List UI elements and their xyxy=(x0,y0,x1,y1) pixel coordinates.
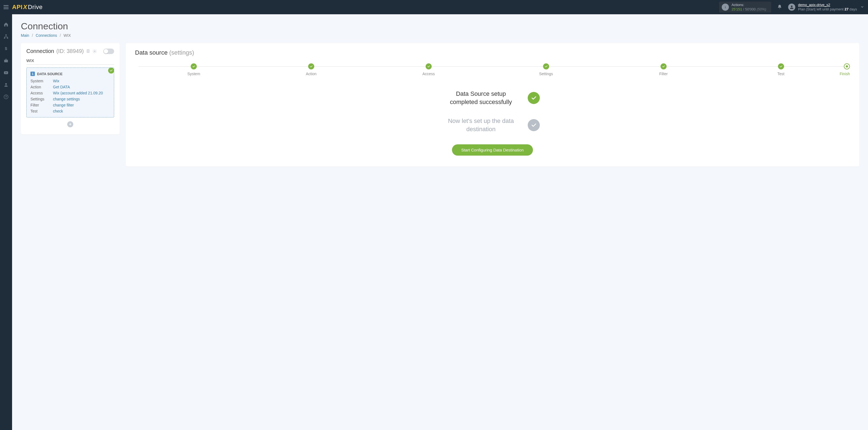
account-days: 27 xyxy=(844,7,848,11)
ds-value-access[interactable]: Wix (account added 21.09.20 xyxy=(53,91,110,95)
notifications-button[interactable] xyxy=(777,4,782,10)
ds-value-settings[interactable]: change settings xyxy=(53,97,110,101)
check-icon xyxy=(779,65,783,68)
svg-rect-1 xyxy=(725,7,725,8)
actions-total: / 50'000 xyxy=(743,7,756,11)
status-done-icon xyxy=(528,92,540,104)
status-pending-icon xyxy=(528,119,540,131)
svg-rect-4 xyxy=(5,35,7,36)
svg-point-11 xyxy=(5,83,7,85)
step-label-action: Action xyxy=(252,72,370,76)
connection-toggle[interactable] xyxy=(103,49,114,54)
check-icon xyxy=(192,65,195,68)
start-destination-button[interactable]: Start Configuring Data Destination xyxy=(452,144,533,156)
logo-drive: Drive xyxy=(28,4,42,11)
step-system[interactable]: System xyxy=(135,63,252,76)
step-label-system: System xyxy=(135,72,252,76)
info-icon xyxy=(722,4,729,11)
bell-icon xyxy=(777,4,782,9)
youtube-icon[interactable] xyxy=(4,70,8,75)
topbar: APIXDrive Actions: 25'151 / 50'000 (50%) xyxy=(0,0,868,14)
breadcrumb-main[interactable]: Main xyxy=(21,33,29,38)
step-filter[interactable]: Filter xyxy=(605,63,722,76)
copy-icon[interactable] xyxy=(86,49,90,54)
ds-value-action[interactable]: Get DATA xyxy=(53,85,110,89)
account-plan-prefix: Plan |Start| left until payment xyxy=(798,7,844,11)
actions-usage-box[interactable]: Actions: 25'151 / 50'000 (50%) xyxy=(719,2,771,13)
gear-icon[interactable] xyxy=(92,49,97,54)
step-label-test: Test xyxy=(722,72,840,76)
check-icon xyxy=(110,69,113,72)
connection-card: Connection (ID: 38949) WIX 1 DATA SOURCE xyxy=(21,43,120,134)
step-settings[interactable]: Settings xyxy=(487,63,605,76)
sidebar-rail: $ ? xyxy=(0,14,12,430)
ds-value-test[interactable]: check xyxy=(53,109,110,113)
connection-name[interactable]: WIX xyxy=(26,58,114,65)
page-title: Connection xyxy=(21,21,859,32)
help-icon[interactable]: ? xyxy=(4,94,8,99)
step-finish[interactable]: Finish xyxy=(840,63,850,76)
data-source-box[interactable]: 1 DATA SOURCE System Wix Action Get DATA… xyxy=(26,67,114,118)
check-icon xyxy=(531,122,537,128)
status-pending-text: Now let's set up the data destination xyxy=(445,117,517,133)
actions-label: Actions: xyxy=(732,3,766,7)
svg-text:?: ? xyxy=(5,95,7,98)
main-card: Data source (settings) System Action xyxy=(126,43,859,166)
actions-used: 25'151 xyxy=(732,7,742,11)
svg-text:$: $ xyxy=(5,46,7,51)
avatar-icon xyxy=(788,4,795,11)
dollar-icon[interactable]: $ xyxy=(4,46,8,51)
ds-label-system: System xyxy=(30,79,53,83)
logo[interactable]: APIXDrive xyxy=(12,4,42,11)
main-title: Data source xyxy=(135,49,168,56)
account-menu[interactable]: demo_apix-drive_s2 Plan |Start| left unt… xyxy=(788,3,857,12)
stepper: System Action Access Settings xyxy=(135,63,850,76)
step-label-access: Access xyxy=(370,72,487,76)
ds-label-settings: Settings xyxy=(30,97,53,101)
status-done-text: Data Source setup completed successfully xyxy=(445,90,517,106)
step-label-settings: Settings xyxy=(487,72,605,76)
logo-x: X xyxy=(23,4,27,11)
briefcase-icon[interactable] xyxy=(4,58,8,63)
status-done-row: Data Source setup completed successfully xyxy=(416,90,569,106)
step-label-finish: Finish xyxy=(840,72,850,76)
ds-label-test: Test xyxy=(30,109,53,113)
add-destination-button[interactable]: + xyxy=(67,121,73,127)
data-source-number-badge: 1 xyxy=(30,72,35,76)
step-action[interactable]: Action xyxy=(252,63,370,76)
connection-card-title: Connection xyxy=(26,48,54,54)
menu-toggle-button[interactable] xyxy=(0,0,12,14)
check-icon xyxy=(310,65,313,68)
svg-point-15 xyxy=(94,51,95,52)
svg-point-3 xyxy=(791,5,793,7)
logo-api: API xyxy=(12,4,23,11)
ds-value-filter[interactable]: change filter xyxy=(53,103,110,107)
step-access[interactable]: Access xyxy=(370,63,487,76)
user-icon[interactable] xyxy=(4,82,8,87)
ds-label-action: Action xyxy=(30,85,53,89)
status-pending-row: Now let's set up the data destination xyxy=(416,117,569,133)
account-name: demo_apix-drive_s2 xyxy=(798,3,857,7)
ds-label-access: Access xyxy=(30,91,53,95)
check-icon xyxy=(531,95,537,101)
svg-rect-8 xyxy=(4,60,8,62)
breadcrumb-current: WIX xyxy=(64,33,71,38)
check-icon xyxy=(662,65,665,68)
content: Connection Main / Connections / WIX Conn… xyxy=(12,14,868,430)
breadcrumb: Main / Connections / WIX xyxy=(21,33,859,38)
actions-usage-text: Actions: 25'151 / 50'000 (50%) xyxy=(732,3,766,12)
check-icon xyxy=(427,65,430,68)
chevron-down-icon xyxy=(860,5,864,9)
ds-value-system[interactable]: Wix xyxy=(53,79,110,83)
data-source-heading: DATA SOURCE xyxy=(37,72,63,76)
step-label-filter: Filter xyxy=(605,72,722,76)
data-source-done-badge xyxy=(108,67,114,73)
account-days-suffix: days xyxy=(848,7,857,11)
sitemap-icon[interactable] xyxy=(4,34,8,39)
breadcrumb-connections[interactable]: Connections xyxy=(36,33,57,38)
home-icon[interactable] xyxy=(4,22,8,27)
step-test[interactable]: Test xyxy=(722,63,840,76)
account-caret[interactable] xyxy=(860,5,864,10)
connection-id: (ID: 38949) xyxy=(56,48,84,54)
main-subtitle: (settings) xyxy=(169,49,194,56)
